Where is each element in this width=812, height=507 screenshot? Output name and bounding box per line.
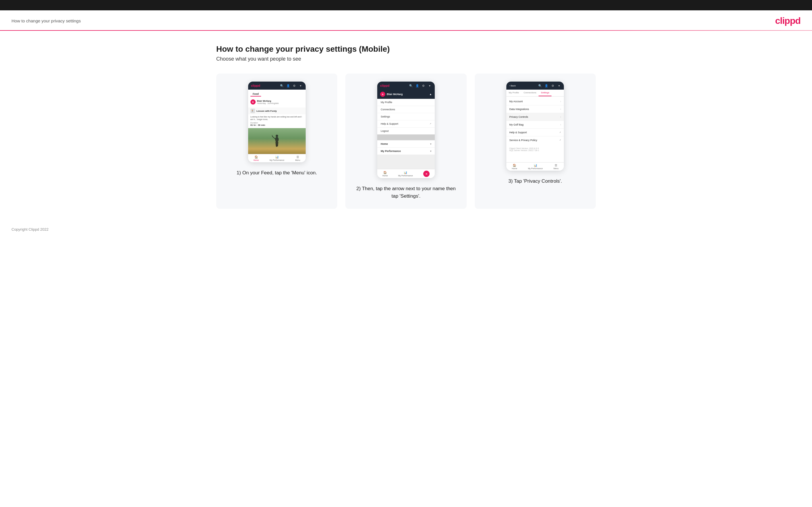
golfer-silhouette-icon [271,134,283,154]
lesson-icon: 🏌 [250,109,255,113]
more-icon-3[interactable]: ▾ [557,83,561,88]
settings-icon-3[interactable]: ⚙ [551,83,555,88]
menu-item-logout[interactable]: Logout [377,127,435,134]
data-integrations-chevron-icon: › [560,108,561,111]
menu-item-help[interactable]: Help & Support ↗ [377,120,435,127]
golf-bag-chevron-icon: › [560,123,561,126]
header: How to change your privacy settings clip… [0,10,812,30]
tab-connections[interactable]: Connections [521,90,539,96]
footer: Copyright Clippd 2022 [0,220,812,238]
more-icon[interactable]: ▾ [299,83,303,88]
settings-item-golf-bag[interactable]: My Golf Bag › [506,121,564,129]
connections-label: Connections [381,108,395,111]
expand-home-arrow-icon: ▾ [430,143,431,145]
version-info: Clippd Client Version: 2022.8.3-3 GQL Se… [506,145,564,154]
bottom-home-label: Home [253,159,259,161]
duration-value: 01 hr : 30 min [248,124,306,128]
back-button[interactable]: ‹ Back [509,84,515,87]
svg-line-5 [272,135,272,136]
phone-3-nav-icons: 🔍 👤 ⚙ ▾ [538,83,561,88]
post-text: Looking to feel like my hands are exitin… [248,115,306,122]
bottom-menu[interactable]: ☰ Menu [295,156,300,161]
my-profile-label: My Profile [381,101,392,104]
privacy-controls-label: Privacy Controls [509,115,528,118]
lesson-row: 🏌 Lesson with Fordy [248,107,306,114]
bottom-home-3[interactable]: 🏠 Home [512,164,517,169]
step-3-card: ‹ Back 🔍 👤 ⚙ ▾ My Profile Connections Se… [475,73,596,209]
bottom-close[interactable]: ✕ [423,171,429,177]
menu-item-settings[interactable]: Settings [377,113,435,120]
golf-image [248,128,306,154]
phone-2-logo: clippd [380,84,389,87]
help-support-label: Help & Support [381,122,398,125]
phone-2-nav-icons: 🔍 👤 ⚙ ▾ [409,83,432,88]
phone-1-bottom-bar: 🏠 Home 📊 My Performance ☰ Menu [248,154,306,162]
back-label: Back [511,84,516,87]
settings-icon-2[interactable]: ⚙ [421,83,425,88]
settings-item-privacy-controls[interactable]: Privacy Controls › [506,113,564,121]
menu-icon: ☰ [297,156,299,159]
more-icon-2[interactable]: ▾ [428,83,432,88]
menu-item-connections[interactable]: Connections [377,106,435,113]
bottom-performance-2[interactable]: 📊 My Performance [398,171,413,177]
back-chevron-icon: ‹ [509,84,510,87]
menu-dropdown: My Profile Connections Settings Help & S… [377,99,435,134]
collapse-arrow-icon[interactable]: ▲ [429,93,432,96]
phone-1-navbar: clippd 🔍 👤 ⚙ ▾ [248,81,306,90]
performance-icon-2: 📊 [404,171,407,174]
user-left: B Blair McHarg [380,92,403,97]
bottom-home[interactable]: 🏠 Home [253,156,259,161]
bottom-home-label-3: Home [512,167,517,169]
step-2-caption: 2) Then, tap the arrow next to your name… [352,185,459,200]
svg-point-1 [275,137,278,142]
step-1-caption: 1) On your Feed, tap the 'Menu' icon. [237,169,317,177]
performance-icon: 📊 [275,156,278,159]
svg-point-0 [275,135,278,137]
feed-label: Feed [250,91,261,97]
phone-1-nav-icons: 🔍 👤 ⚙ ▾ [280,83,303,88]
phone-3-spacer [506,154,564,162]
user-icon-3[interactable]: 👤 [544,83,548,88]
bottom-home-2[interactable]: 🏠 Home [383,171,388,177]
tab-settings[interactable]: Settings [539,90,552,96]
search-icon-2[interactable]: 🔍 [409,83,413,88]
service-privacy-label: Service & Privacy Policy [509,139,537,142]
tab-myprofile[interactable]: My Profile [506,90,521,96]
settings-icon[interactable]: ⚙ [293,83,297,88]
expand-home[interactable]: Home ▾ [377,140,435,147]
user-icon-2[interactable]: 👤 [415,83,419,88]
user-icon[interactable]: 👤 [286,83,290,88]
step-3-caption: 3) Tap 'Privacy Controls'. [508,177,562,185]
settings-item-myaccount[interactable]: My Account › [506,98,564,105]
steps-row: clippd 🔍 👤 ⚙ ▾ Feed B [216,73,596,209]
phone-3-header: ‹ Back 🔍 👤 ⚙ ▾ [506,81,564,90]
overlay [377,134,435,140]
home-icon: 🏠 [254,156,258,159]
my-account-label: My Account [509,100,523,103]
logout-label: Logout [381,129,389,132]
expand-performance[interactable]: My Performance ▾ [377,147,435,155]
my-account-chevron-icon: › [560,100,561,103]
search-icon[interactable]: 🔍 [280,83,284,88]
bottom-performance-label-2: My Performance [398,175,413,177]
home-icon-2: 🏠 [383,171,387,174]
bottom-menu-label: Menu [295,159,300,161]
phone-2-spacer [377,155,435,169]
phone-1-logo: clippd [251,84,260,87]
settings-item-service-privacy[interactable]: Service & Privacy Policy ↗ [506,136,564,144]
top-bar [0,0,812,10]
page-subheading: Choose what you want people to see [216,56,596,62]
search-icon-3[interactable]: 🔍 [538,83,542,88]
bottom-performance-label-3: My Performance [528,167,543,169]
external-link-icon: ↗ [429,123,431,125]
bottom-menu-3[interactable]: ☰ Menu [554,164,559,169]
settings-item-help[interactable]: Help & Support ↗ [506,129,564,136]
settings-tabs: My Profile Connections Settings [506,90,564,97]
menu-item-myprofile[interactable]: My Profile [377,99,435,106]
bottom-performance[interactable]: 📊 My Performance [270,156,285,161]
user-dropdown-row[interactable]: B Blair McHarg ▲ [377,90,435,99]
user-avatar: B [250,99,256,105]
settings-item-data-integrations[interactable]: Data Integrations › [506,105,564,113]
bottom-performance-3[interactable]: 📊 My Performance [528,164,543,169]
user-avatar-2: B [380,92,385,97]
